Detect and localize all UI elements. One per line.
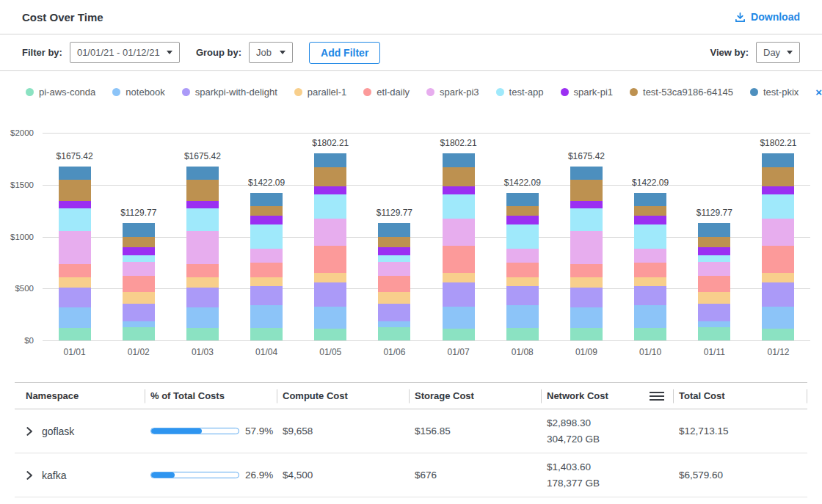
bar-segment-test-pkix[interactable] — [186, 167, 219, 180]
download-button[interactable]: Download — [735, 11, 800, 23]
bar-segment-notebook[interactable] — [123, 321, 155, 326]
bar-segment-parallel-1[interactable] — [634, 277, 666, 286]
bar-segment-notebook[interactable] — [698, 321, 730, 326]
bar-segment-test-53ca9186-64145[interactable] — [443, 167, 475, 187]
bar-segment-spark-pi3[interactable] — [314, 219, 346, 246]
bar-segment-test-pkix[interactable] — [443, 153, 475, 167]
stacked-bar[interactable] — [123, 223, 155, 340]
bar-segment-spark-pi1[interactable] — [123, 247, 155, 256]
bar-segment-pi-aws-conda[interactable] — [314, 329, 346, 340]
bar-segment-spark-pi1[interactable] — [59, 201, 91, 208]
bar-segment-test-pkix[interactable] — [634, 193, 666, 206]
bar-segment-sparkpi-with-delight[interactable] — [250, 286, 283, 305]
bar-segment-spark-pi3[interactable] — [123, 262, 155, 276]
bar-segment-test-53ca9186-64145[interactable] — [570, 180, 603, 201]
bar-segment-notebook[interactable] — [634, 305, 666, 328]
chevron-right-icon[interactable] — [26, 427, 34, 436]
legend-item-sparkpi-with-delight[interactable]: sparkpi-with-delight — [182, 87, 277, 98]
legend-item-spark-pi3[interactable]: spark-pi3 — [426, 87, 479, 98]
bar-segment-parallel-1[interactable] — [506, 277, 539, 286]
bar-segment-spark-pi3[interactable] — [506, 249, 539, 263]
bar-segment-parallel-1[interactable] — [443, 273, 475, 282]
bar-segment-pi-aws-conda[interactable] — [250, 328, 283, 340]
bar-segment-notebook[interactable] — [250, 305, 283, 328]
bar-segment-test-app[interactable] — [378, 255, 410, 262]
bar-segment-spark-pi1[interactable] — [250, 216, 283, 224]
bar-segment-sparkpi-with-delight[interactable] — [570, 288, 603, 308]
legend-item-test-pkix[interactable]: test-pkix — [750, 87, 799, 98]
bar-segment-sparkpi-with-delight[interactable] — [186, 288, 219, 308]
bar-segment-etl-daily[interactable] — [443, 246, 475, 273]
stacked-bar[interactable] — [314, 153, 346, 340]
stacked-bar[interactable] — [634, 193, 666, 340]
bar-segment-parallel-1[interactable] — [59, 277, 91, 288]
date-range-select[interactable]: 01/01/21 - 01/12/21 — [70, 42, 180, 63]
bar-segment-spark-pi3[interactable] — [570, 231, 603, 263]
bar-segment-etl-daily[interactable] — [378, 276, 410, 292]
bar-segment-test-app[interactable] — [186, 208, 219, 231]
bar-segment-sparkpi-with-delight[interactable] — [378, 304, 410, 321]
bar-segment-spark-pi1[interactable] — [443, 186, 475, 194]
bar-segment-sparkpi-with-delight[interactable] — [59, 288, 91, 308]
bar-segment-pi-aws-conda[interactable] — [698, 327, 730, 340]
bar-segment-sparkpi-with-delight[interactable] — [698, 304, 730, 321]
bar-segment-notebook[interactable] — [762, 307, 794, 329]
bar-segment-spark-pi1[interactable] — [634, 216, 666, 224]
bar-segment-sparkpi-with-delight[interactable] — [506, 286, 539, 305]
bar-segment-test-53ca9186-64145[interactable] — [123, 237, 155, 246]
bar-segment-test-53ca9186-64145[interactable] — [634, 206, 666, 216]
bar-segment-test-app[interactable] — [762, 194, 794, 218]
bar-segment-notebook[interactable] — [570, 307, 603, 328]
bar-segment-notebook[interactable] — [59, 307, 91, 328]
legend-item-parallel-1[interactable]: parallel-1 — [294, 87, 346, 98]
bar-segment-test-pkix[interactable] — [250, 193, 283, 206]
bar-segment-test-53ca9186-64145[interactable] — [506, 206, 539, 216]
bar-segment-sparkpi-with-delight[interactable] — [634, 286, 666, 305]
stacked-bar[interactable] — [59, 167, 91, 340]
bar-segment-spark-pi3[interactable] — [378, 262, 410, 276]
bar-segment-test-53ca9186-64145[interactable] — [250, 206, 283, 216]
bar-segment-test-app[interactable] — [506, 224, 539, 249]
bar-segment-test-53ca9186-64145[interactable] — [59, 180, 91, 201]
bar-segment-pi-aws-conda[interactable] — [186, 328, 219, 340]
bar-segment-test-53ca9186-64145[interactable] — [762, 167, 794, 187]
bar-segment-sparkpi-with-delight[interactable] — [123, 304, 155, 321]
bar-segment-pi-aws-conda[interactable] — [570, 328, 603, 340]
bar-segment-test-pkix[interactable] — [570, 167, 603, 180]
namespace-cell[interactable]: goflask — [15, 420, 145, 443]
bar-segment-spark-pi3[interactable] — [443, 219, 475, 246]
bar-segment-etl-daily[interactable] — [506, 263, 539, 277]
bar-segment-spark-pi3[interactable] — [698, 262, 730, 276]
bar-segment-test-53ca9186-64145[interactable] — [698, 237, 730, 246]
namespace-cell[interactable]: kafka — [15, 464, 145, 487]
bar-segment-test-pkix[interactable] — [378, 223, 410, 237]
bar-segment-test-app[interactable] — [59, 208, 91, 231]
bar-segment-test-app[interactable] — [443, 194, 475, 218]
stacked-bar[interactable] — [250, 193, 283, 340]
bar-segment-test-pkix[interactable] — [59, 167, 91, 180]
bar-segment-etl-daily[interactable] — [123, 276, 155, 292]
bar-segment-etl-daily[interactable] — [186, 264, 219, 277]
bar-segment-sparkpi-with-delight[interactable] — [443, 282, 475, 306]
bar-segment-notebook[interactable] — [314, 307, 346, 329]
bar-segment-etl-daily[interactable] — [314, 246, 346, 273]
legend-item-etl-daily[interactable]: etl-daily — [363, 87, 410, 98]
bar-segment-sparkpi-with-delight[interactable] — [314, 282, 346, 306]
bar-segment-sparkpi-with-delight[interactable] — [762, 282, 794, 306]
bar-segment-test-53ca9186-64145[interactable] — [186, 180, 219, 201]
bar-segment-test-app[interactable] — [123, 255, 155, 262]
bar-segment-test-pkix[interactable] — [762, 153, 794, 167]
bar-segment-parallel-1[interactable] — [378, 292, 410, 304]
bar-segment-spark-pi3[interactable] — [250, 249, 283, 263]
legend-item-test-53ca9186-64145[interactable]: test-53ca9186-64145 — [630, 87, 733, 98]
legend-item-spark-pi1[interactable]: spark-pi1 — [561, 87, 613, 98]
add-filter-button[interactable]: Add Filter — [309, 42, 380, 64]
bar-segment-spark-pi3[interactable] — [634, 249, 666, 263]
hamburger-icon[interactable] — [650, 392, 664, 401]
bar-segment-test-53ca9186-64145[interactable] — [314, 167, 346, 187]
legend-item-pi-aws-conda[interactable]: pi-aws-conda — [26, 87, 95, 98]
bar-segment-test-53ca9186-64145[interactable] — [378, 237, 410, 246]
bar-segment-etl-daily[interactable] — [634, 263, 666, 277]
bar-segment-notebook[interactable] — [378, 321, 410, 326]
bar-segment-test-pkix[interactable] — [698, 223, 730, 237]
